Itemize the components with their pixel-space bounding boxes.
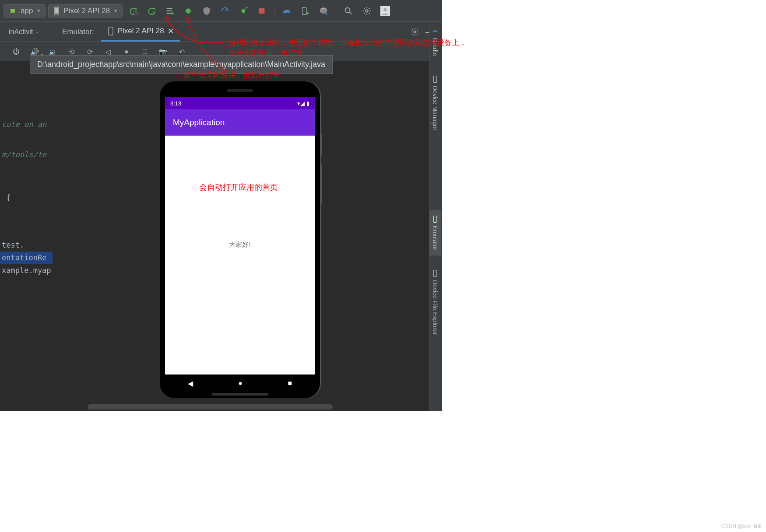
emulator-screen[interactable]: 3:13 ▾◢ ▮ MyApplication 大家好! bbox=[165, 97, 315, 374]
right-tool-rail: Gradle Device Manager Emulator Device Fi… bbox=[429, 22, 442, 411]
ide-window: app ▼ Pixel 2 API 28 ▼ A inActivit bbox=[0, 0, 442, 411]
code-line: m/tools/te bbox=[0, 148, 53, 161]
annotation-mid: 这个会关闭应用，然后再打开。 bbox=[184, 70, 288, 80]
power-button bbox=[320, 134, 322, 156]
app-title: MyApplication bbox=[173, 118, 225, 127]
wifi-icon: ▾◢ bbox=[297, 100, 305, 107]
code-line: { bbox=[0, 192, 53, 204]
svg-point-23 bbox=[414, 31, 416, 33]
phone-chin bbox=[211, 393, 268, 396]
profiler-button[interactable] bbox=[217, 3, 233, 19]
battery-icon: ▮ bbox=[306, 100, 309, 107]
annotation-line2: 不会关闭应用、再打开。 bbox=[228, 48, 310, 58]
stop-button[interactable] bbox=[254, 3, 270, 19]
watermark: CSDN @scx_link bbox=[721, 523, 762, 529]
emulator-label: Emulator: bbox=[52, 28, 101, 36]
chevron-down-icon: ▼ bbox=[36, 8, 41, 13]
annotation-phone: 会自动打开应用的首页 bbox=[195, 182, 282, 192]
avd-manager-button[interactable] bbox=[297, 3, 313, 19]
rail-device-file-explorer[interactable]: Device File Explorer bbox=[429, 264, 441, 340]
run-button[interactable] bbox=[162, 3, 178, 19]
device-dropdown[interactable]: Pixel 2 API 28 ▼ bbox=[48, 4, 123, 18]
settings-button[interactable] bbox=[359, 3, 375, 19]
nav-overview-icon[interactable]: ■ bbox=[288, 379, 292, 387]
phone-icon bbox=[431, 75, 439, 83]
rail-emulator[interactable]: Emulator bbox=[429, 210, 441, 256]
android-status-bar: 3:13 ▾◢ ▮ bbox=[165, 97, 315, 109]
chevron-down-icon: ▼ bbox=[113, 8, 118, 13]
android-nav-bar: ◀ ● ■ bbox=[165, 374, 315, 392]
svg-rect-24 bbox=[433, 76, 437, 83]
app-body-text: 大家好! bbox=[229, 241, 250, 248]
code-line: entationRe bbox=[0, 252, 53, 264]
main-toolbar: app ▼ Pixel 2 API 28 ▼ A bbox=[0, 0, 442, 22]
phone-icon bbox=[431, 270, 439, 277]
debug-button[interactable] bbox=[180, 3, 196, 19]
code-line: test. bbox=[0, 239, 53, 252]
code-line: cute on an bbox=[0, 118, 53, 131]
app-toolbar: MyApplication bbox=[165, 109, 315, 136]
svg-point-13 bbox=[284, 11, 285, 13]
svg-point-26 bbox=[436, 221, 437, 223]
sdk-manager-button[interactable] bbox=[316, 3, 331, 19]
svg-point-11 bbox=[241, 9, 245, 13]
attach-debugger-button[interactable] bbox=[235, 3, 251, 19]
run-config-label: app bbox=[21, 7, 33, 15]
svg-line-17 bbox=[350, 12, 352, 14]
chevron-down-icon: ⌄ bbox=[35, 29, 39, 34]
nav-back-icon[interactable]: ◀ bbox=[188, 379, 193, 388]
svg-point-0 bbox=[11, 10, 12, 10]
svg-point-18 bbox=[365, 10, 368, 12]
emulator-device-frame: 3:13 ▾◢ ▮ MyApplication 大家好! ◀ ● ■ 会自动打开… bbox=[160, 81, 320, 398]
tooltip-text: D:\android_project\app\src\main\java\com… bbox=[37, 60, 325, 69]
phone-speaker bbox=[227, 89, 253, 92]
svg-text:A: A bbox=[151, 10, 155, 15]
run-config-dropdown[interactable]: app ▼ bbox=[4, 4, 46, 18]
gradle-icon bbox=[431, 27, 439, 35]
svg-rect-5 bbox=[134, 11, 137, 14]
sync-gradle-button[interactable] bbox=[279, 3, 295, 19]
editor-tab-mainactivity[interactable]: inActivit ⌄ bbox=[4, 22, 52, 42]
svg-point-16 bbox=[345, 7, 350, 12]
svg-rect-12 bbox=[259, 8, 265, 14]
separator bbox=[336, 5, 336, 17]
user-avatar[interactable] bbox=[377, 3, 393, 19]
svg-rect-27 bbox=[433, 270, 437, 277]
svg-point-20 bbox=[383, 8, 387, 11]
svg-point-15 bbox=[306, 12, 309, 14]
tab-label: inActivit bbox=[9, 28, 33, 36]
status-time: 3:13 bbox=[170, 100, 181, 107]
horizontal-scrollbar[interactable] bbox=[88, 404, 333, 410]
svg-point-1 bbox=[14, 10, 14, 10]
svg-line-10 bbox=[225, 9, 227, 11]
search-button[interactable] bbox=[341, 3, 356, 19]
device-label: Pixel 2 API 28 bbox=[63, 7, 110, 15]
rerun-button[interactable] bbox=[125, 3, 141, 19]
svg-point-4 bbox=[58, 13, 59, 14]
close-icon[interactable]: ✕ bbox=[168, 27, 174, 36]
emulator-tab-active[interactable]: Pixel 2 API 28 ✕ bbox=[101, 22, 180, 42]
emulator-tab-label: Pixel 2 API 28 bbox=[118, 27, 164, 35]
android-icon bbox=[8, 7, 17, 15]
annotation-line1: 当代码有变动时，使用这个按钮。只会把变动的内容同步到虚拟设备上， bbox=[228, 38, 467, 48]
nav-home-icon[interactable]: ● bbox=[238, 379, 242, 387]
svg-point-22 bbox=[112, 34, 113, 35]
gear-icon[interactable] bbox=[411, 28, 419, 36]
power-icon[interactable]: ⏻ bbox=[11, 46, 22, 57]
rail-device-manager[interactable]: Device Manager bbox=[429, 70, 441, 136]
volume-button bbox=[320, 164, 322, 204]
svg-rect-14 bbox=[302, 7, 306, 14]
phone-icon bbox=[53, 7, 60, 15]
phone-icon bbox=[107, 27, 114, 35]
svg-rect-25 bbox=[433, 216, 437, 222]
separator bbox=[274, 5, 274, 17]
coverage-button[interactable] bbox=[199, 3, 214, 19]
svg-rect-3 bbox=[55, 7, 58, 13]
phone-icon bbox=[431, 215, 439, 223]
code-editor-fragment: cute on an m/tools/te { test. entationRe… bbox=[0, 79, 53, 394]
apply-changes-button[interactable]: A bbox=[144, 3, 159, 19]
code-line: xample.myap bbox=[0, 264, 53, 277]
